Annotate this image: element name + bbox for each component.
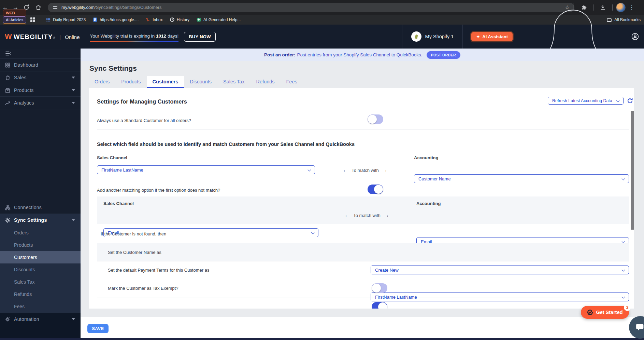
logo-mark: W xyxy=(5,32,12,41)
bookmark-icon xyxy=(170,17,175,22)
sidebar-subitem[interactable]: Orders xyxy=(0,227,81,239)
tax-exempt-toggle[interactable] xyxy=(372,283,387,293)
tab[interactable]: Refunds xyxy=(251,76,281,88)
chevron-down-icon xyxy=(72,89,75,91)
bookmark-chip[interactable]: WEB xyxy=(3,10,26,16)
shopify-store-avatar xyxy=(411,31,421,42)
get-started-button[interactable]: Get Started xyxy=(581,306,629,319)
tab[interactable]: Fees xyxy=(281,76,303,88)
section-heading: Settings for Managing Customers xyxy=(97,98,187,105)
shopify-bag-icon xyxy=(414,34,419,39)
tab[interactable]: Products xyxy=(115,76,146,88)
sidebar-item[interactable]: Products xyxy=(0,84,81,97)
panel-scrollbar[interactable] xyxy=(631,111,634,230)
page-title: Sync Settings xyxy=(89,64,137,72)
post-order-button[interactable]: POST ORDER xyxy=(427,51,460,59)
trial-banner: Your Webgility trial is expiring in 1012… xyxy=(90,31,178,43)
bookmark-icon xyxy=(92,17,98,22)
chevron-down-icon xyxy=(72,77,75,79)
customer-not-found-label: If the Customer is not found, then xyxy=(101,231,166,236)
ai-assistant-button[interactable]: ✦ AI Assistant xyxy=(470,31,514,42)
sales-channel-label-2: Sales Channel xyxy=(103,201,134,206)
customer-name-dropdown[interactable]: FirstName LastName xyxy=(371,293,629,301)
bookmark-item[interactable]: https://docs.google.... xyxy=(92,17,139,22)
site-info-icon[interactable] xyxy=(53,5,58,10)
header-right: My Shopify 1 ✦ AI Assistant 3 xyxy=(402,25,644,49)
bookmark-item[interactable]: Inbox xyxy=(145,17,162,22)
sidebar-subitem[interactable]: Products xyxy=(0,239,81,251)
automation-section: Automation xyxy=(0,313,81,338)
sidebar-item-sync-settings[interactable]: Sync Settings xyxy=(0,214,81,227)
sparkle-icon: ✦ xyxy=(476,34,480,39)
gear-icon xyxy=(5,217,11,223)
arrow-right-icon: → xyxy=(384,212,389,218)
accounting-label: Accounting xyxy=(414,155,439,160)
divider xyxy=(97,261,629,261)
settings-panel: Settings for Managing Customers Refresh … xyxy=(89,88,634,309)
standard-customer-toggle[interactable] xyxy=(368,114,383,124)
partial-toggle[interactable] xyxy=(372,302,387,309)
webgility-logo: W WEBGILITY ® | Online xyxy=(5,32,80,41)
secondary-match-block xyxy=(97,196,629,224)
sidebar-subitem[interactable]: Discounts xyxy=(0,263,81,276)
tab[interactable]: Sales Tax xyxy=(217,76,251,88)
tab[interactable]: Customers xyxy=(147,76,184,88)
tax-exempt-label: Mark the Customer as Tax Exempt? xyxy=(108,286,178,291)
sidebar-subitem[interactable]: Fees xyxy=(0,300,81,313)
refresh-accounting-dropdown[interactable]: Refresh Latest Accounting Data xyxy=(548,97,624,105)
sidebar-item[interactable]: Analytics xyxy=(0,97,81,109)
add-matching-option-toggle[interactable] xyxy=(368,185,383,194)
to-match-with-label: ← To match with → xyxy=(333,167,398,173)
arrow-right-icon: → xyxy=(382,167,388,173)
buy-now-button[interactable]: BUY NOW xyxy=(184,32,216,42)
store-selector[interactable]: My Shopify 1 xyxy=(402,31,463,42)
sidebar-subitem[interactable]: Sales Tax xyxy=(0,276,81,288)
sidebar: Dashboard Sales Products Anal xyxy=(0,49,81,338)
sales-channel-field-dropdown[interactable]: FirstName LastName xyxy=(97,165,315,174)
get-started-badge: 3 xyxy=(624,304,631,311)
customer-name-label: Set the Customer Name as xyxy=(108,250,161,255)
sidebar-subitem[interactable]: Refunds xyxy=(0,288,81,300)
arrow-left-icon: ← xyxy=(344,212,350,218)
refresh-controls: Refresh Latest Accounting Data xyxy=(548,97,633,105)
sidebar-subitem[interactable]: Customers xyxy=(0,251,81,263)
tab[interactable]: Orders xyxy=(89,76,115,88)
apps-grid-icon[interactable] xyxy=(30,17,35,22)
browser-menu-icon[interactable]: ⋮ xyxy=(629,4,637,11)
payment-terms-label: Set the default Payment Terms for this C… xyxy=(108,268,209,273)
network-icon xyxy=(5,205,11,210)
to-match-with-label-2: ← To match with → xyxy=(334,212,399,218)
sales-channel-label: Sales Channel xyxy=(97,155,127,160)
add-matching-option-label: Add another matching option if the first… xyxy=(97,188,220,193)
screen: ← → my.webgility.com /SyncSettings/Setti… xyxy=(0,0,644,340)
sidebar-item-icon xyxy=(5,75,11,81)
divider xyxy=(42,17,42,23)
sidebar-spacer xyxy=(0,109,81,201)
account-icon[interactable] xyxy=(631,32,639,41)
bookmark-item[interactable]: Daily Report 2023 xyxy=(46,17,86,22)
home-icon[interactable] xyxy=(35,4,42,11)
bookmark-item[interactable]: AI Generated Help... xyxy=(196,17,241,22)
gear-sparkle-icon xyxy=(5,316,11,322)
tab-bar: OrdersProductsCustomersDiscountsSales Ta… xyxy=(89,76,303,88)
sidebar-item[interactable]: Dashboard xyxy=(0,59,81,71)
sidebar-item[interactable]: Sales xyxy=(0,71,81,84)
sidebar-item-connections[interactable]: Connections xyxy=(0,201,81,214)
bookmark-item[interactable]: History xyxy=(170,17,189,22)
save-button[interactable]: SAVE xyxy=(87,324,109,333)
check-circle-icon xyxy=(587,309,593,315)
post-order-banner: Post an order: Post entries from your Sh… xyxy=(81,49,644,61)
tab[interactable]: Discounts xyxy=(184,76,217,88)
sidebar-collapse-button[interactable] xyxy=(0,49,81,59)
address-bar[interactable]: my.webgility.com /SyncSettings/Settings/… xyxy=(48,3,574,12)
bookmark-chip[interactable]: AI Articles xyxy=(3,16,26,23)
chat-bubble-icon xyxy=(635,322,644,332)
customer-not-found-dropdown[interactable]: Create New xyxy=(371,266,629,274)
bookmark-icon xyxy=(46,17,51,22)
banner-bold-text: Post an order: xyxy=(264,52,296,57)
standard-customer-label: Always use a Standard Customer for all o… xyxy=(97,118,191,123)
refresh-icon[interactable] xyxy=(627,97,633,104)
sidebar-item-automation[interactable]: Automation xyxy=(0,313,81,325)
accounting-field-dropdown[interactable]: Customer Name xyxy=(414,174,629,183)
divider xyxy=(97,180,629,180)
